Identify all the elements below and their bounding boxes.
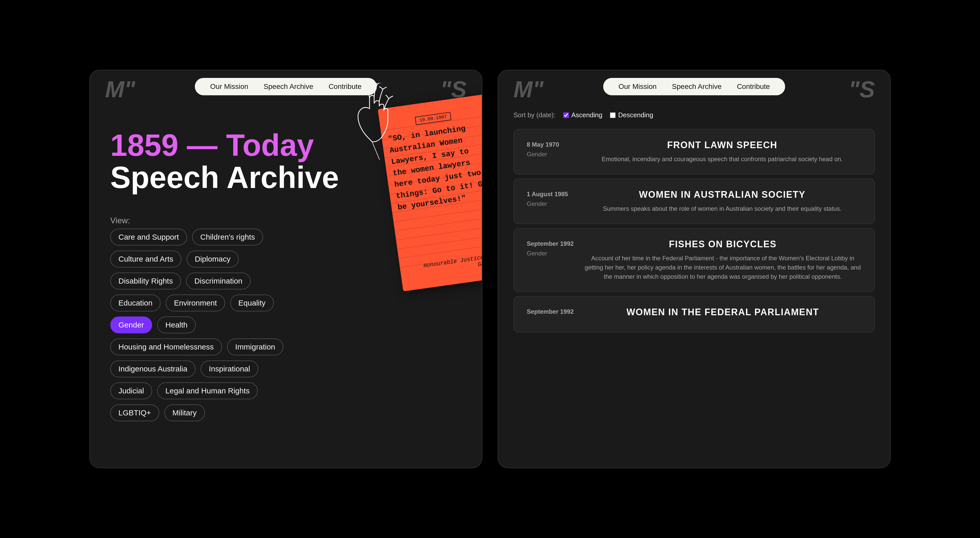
speech-title: FRONT LAWN SPEECH [583, 140, 862, 150]
tag-gender[interactable]: Gender [110, 316, 152, 334]
tag-military[interactable]: Military [164, 404, 205, 421]
speech-date: 8 May 1970 [527, 140, 573, 149]
tag-equality[interactable]: Equality [230, 295, 274, 311]
headline-line1: 1859 — Today [110, 128, 314, 162]
tag-housing-and-homelessness[interactable]: Housing and Homelessness [110, 338, 222, 355]
view-label: View: [110, 216, 130, 225]
speech-category: Gender [527, 149, 573, 159]
right-panel: M" "S Our Mission Speech Archive Contrib… [498, 70, 891, 468]
tags-container: Care and SupportChildren's rightsCulture… [110, 228, 294, 421]
tag-education[interactable]: Education [110, 295, 161, 311]
speech-date: September 1992 [527, 239, 574, 249]
r-nav-speech-archive[interactable]: Speech Archive [672, 83, 722, 91]
screen-wrapper: M" "S Our Mission Speech Archive Contrib… [0, 0, 980, 538]
speech-meta: 1 August 1985 Gender [527, 189, 573, 209]
speech-cards-list: 8 May 1970 Gender FRONT LAWN SPEECH Emot… [514, 129, 875, 332]
left-nav-bar: Our Mission Speech Archive Contribute [195, 78, 377, 95]
tag-judicial[interactable]: Judicial [110, 382, 152, 399]
nav-contribute[interactable]: Contribute [328, 83, 361, 91]
speech-meta: September 1992 [527, 307, 574, 316]
speech-category: Gender [527, 199, 573, 209]
r-nav-our-mission[interactable]: Our Mission [618, 83, 656, 91]
speech-content: WOMEN IN AUSTRALIAN SOCIETY Summers spea… [583, 189, 862, 213]
headline: 1859 — Today Speech Archive [110, 129, 339, 193]
tag-diplomacy[interactable]: Diplomacy [186, 251, 239, 267]
tag-disability-rights[interactable]: Disability Rights [110, 273, 181, 289]
headline-line2: Speech Archive [110, 160, 339, 195]
speech-date: 1 August 1985 [527, 189, 573, 199]
tag-inspirational[interactable]: Inspirational [200, 361, 258, 377]
logo-left: M" [105, 78, 135, 101]
sort-bar: Sort by (date): Ascending Descending Sho… [514, 111, 875, 119]
speech-card[interactable]: September 1992 WOMEN IN THE FEDERAL PARL… [514, 296, 875, 332]
nav-speech-archive[interactable]: Speech Archive [264, 83, 313, 91]
speech-meta: 8 May 1970 Gender [527, 140, 573, 160]
tag-indigenous-australia[interactable]: Indigenous Australia [110, 361, 196, 377]
speech-category: Gender [527, 249, 574, 258]
speech-card[interactable]: September 1992 Gender FISHES ON BICYCLES… [514, 228, 875, 292]
sort-descending-checkbox[interactable] [610, 112, 616, 118]
tag-immigration[interactable]: Immigration [227, 338, 283, 355]
speech-content: FRONT LAWN SPEECH Emotional, incendiary … [583, 140, 862, 164]
tag-children's-rights[interactable]: Children's rights [192, 228, 263, 246]
svg-line-0 [372, 142, 385, 160]
speech-card[interactable]: 1 August 1985 Gender WOMEN IN AUSTRALIAN… [514, 179, 875, 224]
tag-health[interactable]: Health [157, 316, 196, 334]
tag-lgbtiq+[interactable]: LGBTIQ+ [110, 404, 159, 421]
tag-care-and-support[interactable]: Care and Support [110, 228, 187, 246]
speech-description: Emotional, incendiary and courageous spe… [583, 155, 862, 164]
speech-title: WOMEN IN AUSTRALIAN SOCIETY [583, 189, 862, 200]
sort-label: Sort by (date): [514, 111, 555, 119]
nav-our-mission[interactable]: Our Mission [210, 83, 248, 91]
left-panel: M" "S Our Mission Speech Archive Contrib… [89, 70, 482, 468]
tag-legal-and-human-rights[interactable]: Legal and Human Rights [157, 382, 258, 399]
sort-descending[interactable]: Descending [610, 111, 653, 119]
speech-card[interactable]: 8 May 1970 Gender FRONT LAWN SPEECH Emot… [514, 129, 875, 174]
speech-description: Summers speaks about the role of women i… [583, 204, 862, 213]
tag-environment[interactable]: Environment [165, 295, 225, 311]
speech-title: FISHES ON BICYCLES [584, 239, 862, 250]
right-nav-bar: Our Mission Speech Archive Contribute [603, 78, 785, 95]
speech-content: WOMEN IN THE FEDERAL PARLIAMENT [584, 307, 862, 322]
sort-ascending-checkbox[interactable] [563, 112, 569, 118]
r-logo-left: M" [514, 78, 544, 101]
tag-discrimination[interactable]: Discrimination [186, 273, 250, 289]
tag-culture-and-arts[interactable]: Culture and Arts [110, 251, 181, 267]
speech-content: FISHES ON BICYCLES Account of her time i… [584, 239, 862, 281]
speech-meta: September 1992 Gender [527, 239, 574, 259]
r-logo-right: "S [849, 78, 875, 101]
r-nav-contribute[interactable]: Contribute [737, 83, 770, 91]
speech-description: Account of her time in the Federal Parli… [584, 254, 862, 281]
speech-date: September 1992 [527, 307, 574, 316]
sort-ascending[interactable]: Ascending [563, 111, 602, 119]
speech-title: WOMEN IN THE FEDERAL PARLIAMENT [584, 307, 862, 318]
